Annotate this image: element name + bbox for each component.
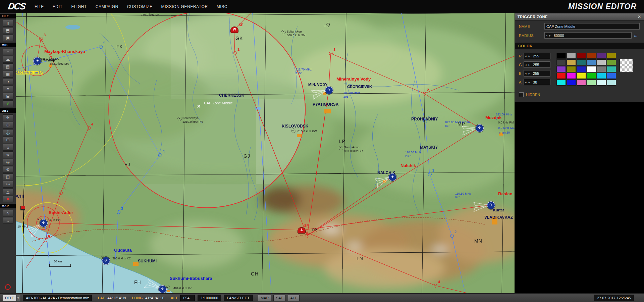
palette-swatch[interactable] <box>587 66 596 72</box>
palette-swatch[interactable] <box>587 53 596 59</box>
palette-swatch[interactable] <box>597 53 606 59</box>
palette-swatch[interactable] <box>597 59 606 65</box>
spinner-left-icon[interactable]: ◂ <box>545 34 548 37</box>
palette-swatch[interactable] <box>607 59 616 65</box>
save-mission-icon[interactable]: ▣ <box>3 35 13 41</box>
palette-swatch[interactable] <box>607 80 616 86</box>
menu-item[interactable]: FLIGHT <box>71 4 87 9</box>
group-route-icon[interactable]: ∘∘ <box>3 181 13 188</box>
chevron-down-icon[interactable]: ▾ <box>16 295 20 301</box>
palette-swatch[interactable] <box>556 73 566 79</box>
aircraft-icon[interactable]: ✈ <box>3 114 13 121</box>
close-icon[interactable]: ✕ <box>635 14 644 19</box>
mouse-mode[interactable]: PAN/SELECT <box>224 295 253 301</box>
hidden-checkbox[interactable] <box>519 92 524 97</box>
layer-value[interactable]: DFLT <box>3 295 16 301</box>
channel-spinner[interactable]: ◂ ▸ 255 <box>524 61 550 68</box>
map-canvas[interactable]: FKLQGKFJGJLPMPLNMNGHFH Sultanskoe 866.0 … <box>16 13 515 293</box>
spinner-right-icon[interactable]: ▸ <box>528 81 531 84</box>
palette-swatch[interactable] <box>597 66 606 72</box>
start-point-marker[interactable]: W <box>230 27 238 33</box>
channel-spinner[interactable]: ◂ ▸ 255 <box>524 70 550 77</box>
palette-swatch[interactable] <box>597 73 606 79</box>
vehicle-icon[interactable]: ⊟ <box>3 137 13 143</box>
channel-value: 255 <box>531 71 541 76</box>
rules-icon[interactable]: ⊞ <box>3 93 13 100</box>
helicopter-icon[interactable]: ✣ <box>3 122 13 129</box>
summary-icon[interactable]: ▦ <box>3 71 13 78</box>
start-point-marker[interactable]: A <box>298 227 306 234</box>
menu-item[interactable]: FILE <box>35 4 44 9</box>
roads-icon[interactable]: ∿ <box>3 210 13 216</box>
radius-spinner[interactable]: ◂ ▸ 80000 <box>544 32 632 39</box>
palette-swatch[interactable] <box>567 53 576 59</box>
validate-icon[interactable]: ✔ <box>3 100 13 107</box>
goals-icon[interactable]: ✶ <box>3 86 13 92</box>
mission-options-icon[interactable]: ▤ <box>3 63 13 70</box>
open-mission-icon[interactable]: ⬒ <box>3 27 13 34</box>
zone-name-input[interactable] <box>544 23 640 30</box>
spinner-left-icon[interactable]: ◂ <box>524 63 528 66</box>
zone-name-label: CAP Zone Middle <box>204 101 233 105</box>
palette-swatch[interactable] <box>577 66 586 72</box>
transparency-swatch[interactable] <box>620 59 633 72</box>
palette-swatch[interactable] <box>607 73 616 79</box>
shapes-icon[interactable]: △ <box>3 188 13 195</box>
spinner-right-icon[interactable]: ▸ <box>528 63 531 66</box>
delete-icon[interactable]: ✖ <box>3 196 13 202</box>
menu-item[interactable]: CUSTOMIZE <box>127 4 153 9</box>
layer-button[interactable]: SAT <box>273 295 286 301</box>
layer-combo[interactable]: DFLT ▾ <box>3 295 20 301</box>
palette-swatch[interactable] <box>607 66 616 72</box>
palette-swatch[interactable] <box>577 73 586 79</box>
target-icon[interactable]: ⊗ <box>3 166 13 173</box>
channel-spinner[interactable]: ◂ ▸ 38 <box>524 79 550 85</box>
palette-swatch[interactable] <box>577 53 586 59</box>
alt-value: 654 <box>180 295 195 301</box>
menu-item[interactable]: MISC <box>217 4 227 9</box>
zone-center-x-icon[interactable]: ✕ <box>197 104 201 109</box>
layer-button[interactable]: ALT <box>288 295 300 301</box>
radius-label: RADIUS <box>519 34 544 38</box>
spinner-right-icon[interactable]: ▸ <box>548 34 552 37</box>
palette-swatch[interactable] <box>567 59 576 65</box>
palette-swatch[interactable] <box>556 53 566 59</box>
palette-swatch[interactable] <box>567 66 576 72</box>
spinner-right-icon[interactable]: ▸ <box>528 72 531 75</box>
channel-row: A ◂ ▸ 38 <box>519 79 554 85</box>
palette-swatch[interactable] <box>587 80 596 86</box>
flag-marker[interactable] <box>20 206 25 210</box>
channel-spinner[interactable]: ◂ ▸ 255 <box>524 53 550 59</box>
measure-icon[interactable]: ↔ <box>3 217 13 224</box>
palette-swatch[interactable] <box>607 53 616 59</box>
static-object-icon[interactable]: ⌂ <box>3 144 13 151</box>
new-mission-icon[interactable]: ▯ <box>3 20 13 27</box>
farp-icon[interactable]: ◫ <box>3 173 13 180</box>
palette-swatch[interactable] <box>556 59 566 65</box>
palette-swatch[interactable] <box>577 59 586 65</box>
spinner-right-icon[interactable]: ▸ <box>528 54 531 58</box>
menu-item[interactable]: EDIT <box>53 4 63 9</box>
palette-swatch[interactable] <box>556 80 566 86</box>
template-icon[interactable]: ∞ <box>3 151 13 158</box>
ship-icon[interactable]: ⚓ <box>3 129 13 136</box>
palette-swatch[interactable] <box>577 80 586 86</box>
palette-swatch[interactable] <box>567 73 576 79</box>
layer-button[interactable]: MAP <box>258 295 271 301</box>
palette-swatch[interactable] <box>587 73 596 79</box>
palette-swatch[interactable] <box>587 59 596 65</box>
palette-swatch[interactable] <box>567 80 576 86</box>
weather-icon[interactable]: ☁ <box>3 56 13 63</box>
menu-item[interactable]: MISSION GENERATOR <box>161 4 208 9</box>
palette-swatch[interactable] <box>556 66 566 72</box>
menu-item[interactable]: CAMPAIGN <box>96 4 118 9</box>
spinner-left-icon[interactable]: ◂ <box>524 81 528 84</box>
palette-swatch[interactable] <box>597 80 606 86</box>
spinner-left-icon[interactable]: ◂ <box>524 72 528 75</box>
spinner-left-icon[interactable]: ◂ <box>524 54 528 58</box>
briefing-icon[interactable]: ≡ <box>3 49 13 55</box>
failures-icon[interactable]: ◑ <box>3 78 13 85</box>
zone-icon[interactable]: ◎ <box>3 159 13 165</box>
warning-icon[interactable] <box>5 284 11 290</box>
map-scale-input[interactable]: 1:1000000 <box>198 295 221 301</box>
